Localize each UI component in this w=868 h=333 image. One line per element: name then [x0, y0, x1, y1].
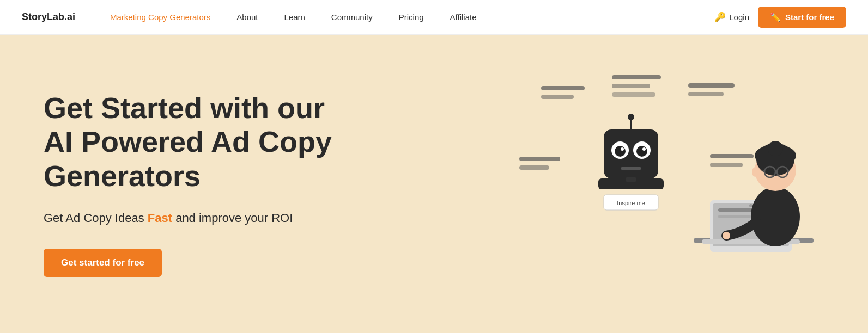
svg-rect-12	[604, 130, 658, 178]
nav-link-about[interactable]: About	[223, 13, 271, 22]
hero-section: Get Started with our AI Powered Ad Copy …	[0, 35, 868, 333]
feather-icon: ✏️	[770, 12, 781, 22]
svg-point-37	[768, 141, 783, 156]
login-icon: 🔑	[714, 11, 726, 23]
nav-link-marketing[interactable]: Marketing Copy Generators	[97, 13, 223, 22]
svg-rect-19	[621, 166, 641, 170]
svg-rect-5	[688, 83, 735, 88]
svg-rect-2	[612, 75, 661, 79]
svg-point-30	[749, 204, 752, 207]
svg-point-21	[628, 114, 634, 120]
svg-rect-10	[519, 165, 549, 170]
login-button[interactable]: 🔑 Login	[714, 11, 749, 23]
svg-rect-9	[519, 157, 560, 161]
start-for-free-button[interactable]: ✏️ Start for free	[758, 7, 846, 28]
svg-point-32	[751, 187, 800, 246]
nav-link-community[interactable]: Community	[318, 13, 386, 22]
svg-point-16	[636, 146, 647, 157]
nav-links: Marketing Copy Generators About Learn Co…	[97, 13, 714, 22]
svg-text:Inspire me: Inspire me	[617, 200, 645, 206]
svg-point-15	[615, 146, 626, 157]
svg-point-44	[723, 232, 730, 239]
svg-rect-29	[718, 215, 751, 218]
hero-subtitle: Get Ad Copy Ideas Fast and improve your …	[44, 209, 338, 227]
get-started-button[interactable]: Get started for free	[44, 249, 162, 277]
svg-rect-0	[541, 86, 585, 90]
svg-rect-22	[626, 177, 636, 182]
hero-subtitle-before: Get Ad Copy Ideas	[44, 211, 148, 225]
svg-rect-6	[688, 92, 724, 96]
svg-point-18	[642, 147, 646, 151]
svg-point-43	[752, 167, 758, 177]
svg-rect-8	[710, 163, 743, 167]
hero-subtitle-after: and improve your ROI	[172, 211, 293, 225]
nav-right: 🔑 Login ✏️ Start for free	[714, 7, 846, 28]
svg-rect-1	[541, 95, 574, 99]
login-label: Login	[729, 13, 749, 22]
svg-rect-4	[612, 92, 655, 97]
hero-illustration: Inspire me	[508, 70, 824, 298]
hero-title: Get Started with our AI Powered Ad Copy …	[44, 91, 338, 192]
nav-link-affiliate[interactable]: Affiliate	[437, 13, 490, 22]
nav-link-pricing[interactable]: Pricing	[386, 13, 437, 22]
hero-subtitle-highlight: Fast	[148, 211, 172, 225]
svg-rect-7	[710, 154, 754, 158]
site-logo[interactable]: StoryLab.ai	[22, 11, 75, 23]
navbar: StoryLab.ai Marketing Copy Generators Ab…	[0, 0, 868, 35]
svg-rect-3	[612, 84, 650, 88]
start-label: Start for free	[785, 13, 834, 22]
hero-content: Get Started with our AI Powered Ad Copy …	[44, 91, 338, 276]
svg-point-17	[621, 147, 624, 151]
illustration-svg: Inspire me	[508, 70, 824, 298]
nav-link-learn[interactable]: Learn	[271, 13, 318, 22]
